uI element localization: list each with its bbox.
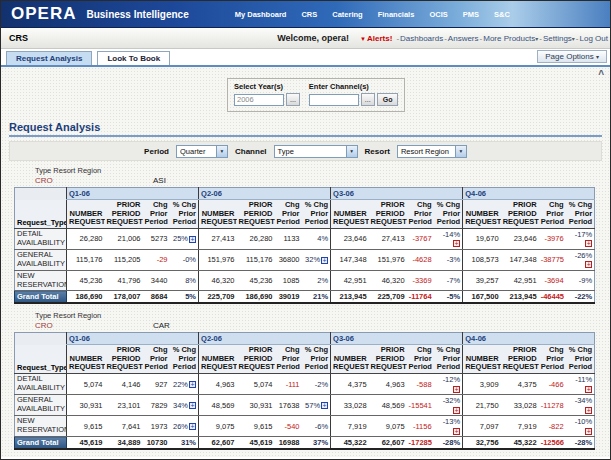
table-row: GENERAL AVAILABILITY115,176115,205-29-0%…	[15, 249, 595, 270]
grand-prior-period-requests: 186,690	[237, 291, 275, 304]
year-input[interactable]	[234, 94, 284, 106]
drill-icon[interactable]: +	[453, 240, 460, 247]
cell-chg-prior-period: -3369	[407, 270, 434, 290]
cell-prior-period-requests: 9,615	[237, 416, 275, 437]
chevron-down-icon[interactable]: ▾	[455, 146, 466, 157]
drill-icon[interactable]: +	[321, 402, 328, 409]
channel-select[interactable]: Type▾	[274, 145, 358, 158]
drill-icon[interactable]: +	[585, 240, 592, 247]
grand-total-label: Grand Total	[15, 291, 67, 304]
cell-pct-chg-prior-period: -3%	[434, 249, 463, 270]
request-analysis-table-asi: Q1-06Q2-06Q3-06Q4-06Request_TypeNUMBER R…	[14, 187, 595, 304]
cell-prior-period-requests: 21,006	[105, 228, 143, 249]
resort-select[interactable]: Resort Region▾	[397, 145, 467, 158]
cell-chg-prior-period: -540	[275, 416, 302, 437]
report-table-container: Q1-06Q2-06Q3-06Q4-06Request_TypeNUMBER R…	[1, 187, 610, 304]
drill-icon[interactable]: +	[585, 386, 592, 393]
page-options-button[interactable]: Page Options ▾	[537, 50, 607, 63]
top-nav-financials[interactable]: Financials	[378, 10, 415, 19]
period-select[interactable]: Quarter▾	[176, 145, 228, 158]
cell-chg-prior-period: -3767	[407, 228, 434, 249]
group-values: CRO ASI	[35, 176, 602, 185]
grand-prior-period-requests: 213,945	[501, 291, 539, 304]
drill-icon[interactable]: +	[585, 261, 592, 268]
group-header: Type Resort Region	[35, 166, 602, 175]
measure-header: PRIOR PERIOD REQUESTS	[369, 345, 407, 374]
drill-icon[interactable]: +	[189, 402, 196, 409]
cell-number-requests: 19,670	[463, 228, 501, 249]
drill-icon[interactable]: +	[189, 423, 196, 430]
measure-header: Chg Prior Period	[407, 345, 434, 374]
grand-pct-chg-prior-period: -28%	[434, 437, 463, 450]
top-nav-ocis[interactable]: OCIS	[429, 10, 447, 19]
breadcrumb: CRS	[9, 33, 28, 43]
top-nav-crs[interactable]: CRS	[301, 10, 317, 19]
measure-header: NUMBER REQUESTS	[463, 345, 501, 374]
collapse-section-icon[interactable]: ^	[598, 69, 604, 80]
drill-icon[interactable]: +	[189, 381, 196, 388]
period-label: Period	[144, 147, 169, 156]
cell-pct-chg-prior-period: 4%	[302, 228, 331, 249]
cell-number-requests: 33,028	[331, 395, 369, 416]
welcome-text: Welcome, opera!	[277, 33, 349, 43]
top-nav-my-dashboard[interactable]: My Dashboard	[235, 10, 287, 19]
settings-link[interactable]: Settings	[543, 34, 572, 43]
tab-look-to-book[interactable]: Look To Book	[97, 51, 170, 65]
cell-pct-chg-prior-period: 22%+	[170, 374, 199, 395]
cell-chg-prior-period: -1156	[407, 416, 434, 437]
drill-icon[interactable]: +	[585, 407, 592, 414]
cell-chg-prior-period: -3976	[539, 228, 566, 249]
top-nav-s-c[interactable]: S&C	[494, 10, 510, 19]
chevron-down-icon[interactable]: ▾	[216, 146, 227, 157]
drill-icon[interactable]: +	[585, 428, 592, 435]
channel-browse-button[interactable]: ...	[361, 93, 375, 106]
link-separator: -	[480, 34, 483, 43]
measure-header: % Chg Prior Period	[170, 200, 199, 229]
cell-prior-period-requests: 27,413	[369, 228, 407, 249]
grand-prior-period-requests: 45,322	[501, 437, 539, 450]
cell-number-requests: 39,257	[463, 270, 501, 290]
table-row: NEW RESERVATION45,23641,79634408%46,3204…	[15, 270, 595, 290]
channel-input[interactable]	[309, 94, 359, 106]
cell-pct-chg-prior-period: -9%	[566, 270, 595, 290]
cell-chg-prior-period: -3694	[539, 270, 566, 290]
dashboards-link[interactable]: Dashboards	[400, 34, 443, 43]
measure-header: Chg Prior Period	[143, 345, 170, 374]
log-out-link[interactable]: Log Out	[580, 34, 608, 43]
cell-number-requests: 4,963	[199, 374, 237, 395]
more-products-link[interactable]: More Products	[483, 34, 535, 43]
cell-chg-prior-period: 7829	[143, 395, 170, 416]
cell-chg-prior-period: -29	[143, 249, 170, 270]
drill-icon[interactable]: +	[321, 257, 328, 264]
dashboard-content: ^ Select Year(s) ... Enter Channel(s) ..…	[1, 67, 610, 457]
drill-icon[interactable]: +	[453, 428, 460, 435]
cell-chg-prior-period: -11278	[539, 395, 566, 416]
chevron-down-icon: ▾	[596, 54, 599, 60]
measure-header: % Chg Prior Period	[170, 345, 199, 374]
cell-pct-chg-prior-period: -17%+	[566, 228, 595, 249]
measure-header: PRIOR PERIOD REQUESTS	[369, 200, 407, 229]
drill-icon[interactable]: +	[453, 386, 460, 393]
cell-number-requests: 115,176	[67, 249, 105, 270]
year-browse-button[interactable]: ...	[286, 93, 300, 106]
grand-pct-chg-prior-period: -22%	[566, 291, 595, 304]
drill-icon[interactable]: +	[453, 407, 460, 414]
alerts-link[interactable]: ▼Alerts!	[360, 34, 392, 43]
link-separator: -	[396, 34, 399, 43]
answers-link[interactable]: Answers	[448, 34, 479, 43]
cell-prior-period-requests: 41,796	[105, 270, 143, 290]
chevron-down-icon[interactable]: ▾	[346, 146, 357, 157]
quarter-header: Q3-06	[331, 188, 463, 200]
drill-icon[interactable]: +	[189, 236, 196, 243]
cell-prior-period-requests: 48,569	[369, 395, 407, 416]
cell-chg-prior-period: -38775	[539, 249, 566, 270]
cell-number-requests: 7,097	[463, 416, 501, 437]
go-button[interactable]: Go	[377, 93, 399, 106]
table-row: DETAIL AVAILABILITY26,28021,006527325%+2…	[15, 228, 595, 249]
group-header: Type Resort Region	[35, 311, 602, 320]
tab-request-analysis[interactable]: Request Analysis	[6, 51, 92, 65]
cell-chg-prior-period: 1085	[275, 270, 302, 290]
top-nav-catering[interactable]: Catering	[332, 10, 362, 19]
top-nav-pms[interactable]: PMS	[463, 10, 479, 19]
quarter-header: Q3-06	[331, 333, 463, 345]
